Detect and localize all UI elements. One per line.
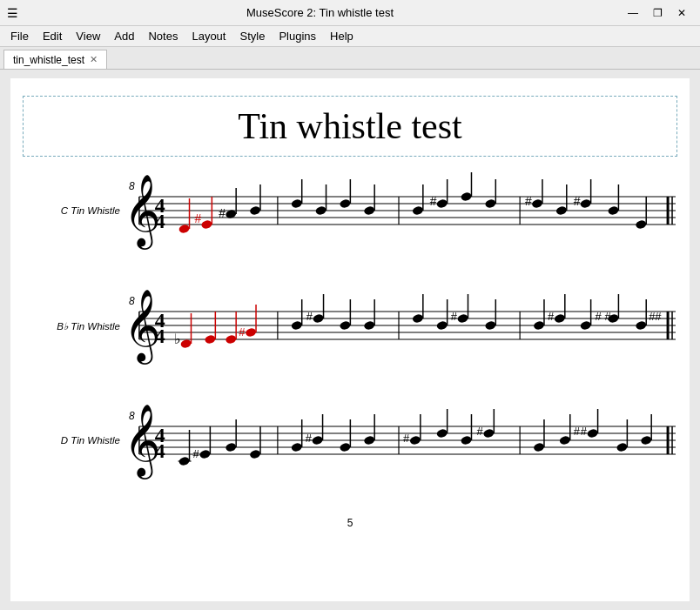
svg-point-149 bbox=[436, 428, 448, 439]
svg-point-50 bbox=[608, 205, 620, 216]
svg-point-162 bbox=[587, 428, 599, 439]
svg-text:8: 8 bbox=[129, 180, 135, 192]
svg-point-36 bbox=[436, 198, 448, 209]
svg-point-90 bbox=[436, 320, 448, 331]
svg-point-133 bbox=[225, 442, 237, 452]
restore-button[interactable]: ❐ bbox=[646, 4, 669, 22]
svg-text:#: # bbox=[306, 310, 313, 323]
title-bar: ☰ MuseScore 2: Tin whistle test — ❐ ✕ bbox=[0, 0, 700, 26]
svg-text:#: # bbox=[239, 325, 246, 339]
minimize-button[interactable]: — bbox=[622, 4, 644, 22]
svg-point-74 bbox=[225, 334, 237, 345]
page-number: 5 bbox=[10, 513, 690, 533]
svg-point-154 bbox=[482, 428, 495, 439]
menu-file[interactable]: File bbox=[3, 28, 36, 44]
menu-bar: File Edit View Add Notes Layout Style Pl… bbox=[0, 26, 700, 47]
score-area[interactable]: Tin whistle test C Tin Whistle 𝄞 8 bbox=[0, 70, 700, 610]
tab-tin-whistle-test[interactable]: tin_whistle_test ✕ bbox=[3, 50, 107, 69]
svg-text:#: # bbox=[525, 194, 532, 208]
score-page: Tin whistle test C Tin Whistle 𝄞 8 bbox=[10, 78, 690, 601]
staff-svg-2: 𝄞 8 4 4 ♭ bbox=[124, 287, 677, 374]
svg-text:#: # bbox=[581, 425, 588, 438]
svg-point-95 bbox=[484, 320, 496, 331]
svg-text:#: # bbox=[655, 310, 662, 323]
svg-point-100 bbox=[554, 313, 566, 324]
svg-point-18 bbox=[200, 219, 212, 230]
svg-text:8: 8 bbox=[129, 410, 135, 422]
svg-point-147 bbox=[409, 435, 421, 446]
svg-point-82 bbox=[313, 313, 325, 324]
svg-text:4: 4 bbox=[155, 210, 165, 232]
menu-style[interactable]: Style bbox=[232, 28, 272, 44]
svg-point-79 bbox=[291, 320, 303, 331]
svg-text:♭: ♭ bbox=[174, 332, 181, 346]
svg-text:4: 4 bbox=[155, 325, 165, 347]
svg-text:#: # bbox=[306, 432, 313, 445]
svg-point-25 bbox=[291, 198, 303, 209]
svg-point-52 bbox=[635, 219, 647, 230]
svg-point-38 bbox=[461, 191, 473, 202]
menu-add[interactable]: Add bbox=[107, 28, 141, 44]
score-title-area[interactable]: Tin whistle test bbox=[23, 96, 677, 157]
svg-text:#: # bbox=[430, 194, 437, 208]
svg-text:#: # bbox=[574, 194, 581, 208]
svg-point-40 bbox=[484, 198, 496, 209]
svg-text:4: 4 bbox=[155, 439, 165, 462]
svg-point-164 bbox=[616, 442, 628, 452]
menu-notes[interactable]: Notes bbox=[141, 28, 185, 44]
menu-help[interactable]: Help bbox=[323, 28, 360, 44]
menu-plugins[interactable]: Plugins bbox=[272, 28, 323, 44]
svg-point-108 bbox=[635, 320, 647, 331]
window-controls: — ❐ ✕ bbox=[622, 4, 693, 22]
svg-point-33 bbox=[412, 205, 424, 216]
svg-point-135 bbox=[249, 449, 261, 459]
svg-text:#: # bbox=[451, 310, 458, 323]
title-bar-title: MuseScore 2: Tin whistle test bbox=[18, 6, 622, 19]
menu-layout[interactable]: Layout bbox=[185, 28, 232, 44]
tab-close-button[interactable]: ✕ bbox=[90, 54, 98, 65]
svg-point-140 bbox=[312, 435, 324, 446]
svg-point-70 bbox=[180, 339, 192, 349]
svg-point-93 bbox=[457, 313, 469, 324]
svg-text:#: # bbox=[596, 310, 602, 323]
svg-point-156 bbox=[533, 442, 545, 452]
svg-point-86 bbox=[363, 320, 375, 331]
instrument-label-bb: B♭ Tin Whistle bbox=[23, 320, 120, 332]
score-title: Tin whistle test bbox=[32, 105, 668, 147]
svg-point-29 bbox=[339, 198, 351, 209]
menu-view[interactable]: View bbox=[69, 28, 107, 44]
svg-text:#: # bbox=[194, 211, 201, 225]
svg-point-77 bbox=[245, 327, 257, 338]
svg-point-102 bbox=[580, 320, 592, 331]
svg-point-72 bbox=[204, 334, 216, 345]
staff-system-3: D Tin Whistle 𝄞 8 4 4 bbox=[23, 402, 677, 498]
svg-point-166 bbox=[640, 435, 652, 446]
svg-point-142 bbox=[339, 442, 351, 452]
svg-point-97 bbox=[533, 320, 545, 331]
svg-point-144 bbox=[363, 435, 375, 446]
svg-text:#: # bbox=[476, 425, 483, 438]
staff-svg-1: 𝄞 8 4 4 bbox=[124, 172, 677, 259]
svg-point-15 bbox=[178, 224, 191, 234]
title-bar-left: ☰ bbox=[7, 6, 18, 20]
tab-label: tin_whistle_test bbox=[13, 54, 84, 66]
svg-point-88 bbox=[412, 313, 424, 324]
tab-bar: tin_whistle_test ✕ bbox=[0, 47, 700, 70]
svg-text:#: # bbox=[403, 432, 410, 445]
svg-point-43 bbox=[531, 198, 543, 209]
svg-text:#: # bbox=[548, 310, 555, 323]
app-menu-icon[interactable]: ☰ bbox=[7, 6, 18, 20]
svg-point-84 bbox=[339, 320, 351, 331]
svg-point-158 bbox=[559, 435, 571, 446]
staff-system-1: C Tin Whistle 𝄞 8 4 4 bbox=[23, 172, 677, 268]
svg-point-45 bbox=[555, 205, 568, 216]
svg-text:#: # bbox=[574, 425, 581, 438]
instrument-label-d: D Tin Whistle bbox=[23, 435, 120, 446]
svg-point-23 bbox=[249, 205, 261, 216]
svg-text:8: 8 bbox=[129, 295, 135, 307]
menu-edit[interactable]: Edit bbox=[36, 28, 69, 44]
instrument-label-c: C Tin Whistle bbox=[23, 205, 120, 216]
svg-point-151 bbox=[461, 435, 473, 446]
close-button[interactable]: ✕ bbox=[670, 4, 693, 22]
svg-point-31 bbox=[363, 205, 375, 216]
